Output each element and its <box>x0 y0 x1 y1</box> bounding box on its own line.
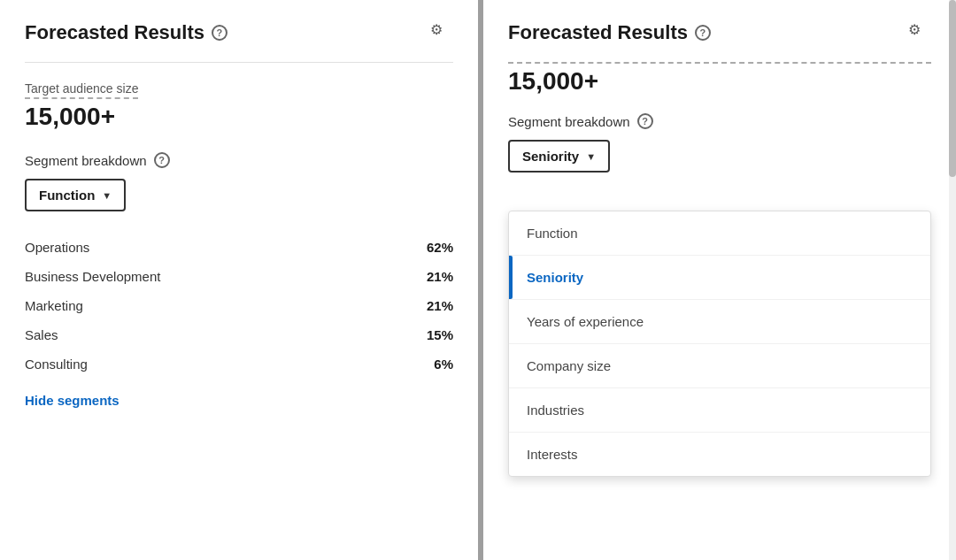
segment-name-marketing: Marketing <box>25 298 83 313</box>
segment-item-business-dev: Business Development 21% <box>25 262 453 291</box>
scrollbar-track <box>949 0 956 560</box>
segment-item-sales: Sales 15% <box>25 320 453 349</box>
left-dropdown-arrow-icon: ▼ <box>102 190 112 201</box>
left-audience-size: 15,000+ <box>25 103 453 131</box>
right-panel: Forecasted Results ? ⚙ 15,000+ Segment b… <box>478 0 956 560</box>
left-help-icon[interactable]: ? <box>212 25 227 41</box>
segment-item-consulting: Consulting 6% <box>25 349 453 379</box>
left-segment-help-icon[interactable]: ? <box>154 152 170 168</box>
segment-item-marketing: Marketing 21% <box>25 291 453 320</box>
segment-pct-business-dev: 21% <box>427 269 453 284</box>
dropdown-item-seniority[interactable]: Seniority <box>509 256 930 300</box>
dropdown-item-years-experience[interactable]: Years of experience <box>509 300 930 344</box>
right-dropdown-button[interactable]: Seniority ▼ <box>508 140 610 173</box>
segment-pct-operations: 62% <box>427 240 453 255</box>
right-help-icon[interactable]: ? <box>695 25 711 41</box>
segment-name-sales: Sales <box>25 327 58 342</box>
dropdown-item-industries[interactable]: Industries <box>509 388 930 433</box>
dropdown-item-function[interactable]: Function <box>509 211 930 256</box>
segment-pct-sales: 15% <box>427 327 453 342</box>
scrollbar-thumb[interactable] <box>949 0 956 177</box>
left-panel-title: Forecasted Results ? <box>25 21 227 44</box>
hide-segments-link[interactable]: Hide segments <box>25 393 120 408</box>
right-segment-help-icon[interactable]: ? <box>637 113 653 129</box>
left-audience-label: Target audience size <box>25 81 138 99</box>
left-gear-icon[interactable]: ⚙ <box>430 21 453 44</box>
right-gear-icon[interactable]: ⚙ <box>908 21 931 44</box>
right-segment-label: Segment breakdown ? <box>508 113 931 129</box>
right-panel-title: Forecasted Results ? <box>508 21 711 44</box>
dropdown-item-interests[interactable]: Interests <box>509 433 930 476</box>
segment-pct-consulting: 6% <box>434 357 453 372</box>
segment-name-business-dev: Business Development <box>25 269 160 284</box>
left-panel: Forecasted Results ? ⚙ Target audience s… <box>0 0 478 560</box>
right-panel-header: Forecasted Results ? ⚙ <box>508 21 931 44</box>
dropdown-item-company-size[interactable]: Company size <box>509 344 930 388</box>
right-dropdown-label: Seniority <box>522 149 579 164</box>
segment-pct-marketing: 21% <box>427 298 453 313</box>
segment-item-operations: Operations 62% <box>25 233 453 262</box>
segment-name-consulting: Consulting <box>25 357 88 372</box>
segment-name-operations: Operations <box>25 240 89 255</box>
left-title-text: Forecasted Results <box>25 21 204 44</box>
right-dropdown-menu: Function Seniority Years of experience C… <box>508 211 931 477</box>
left-panel-header: Forecasted Results ? ⚙ <box>25 21 453 44</box>
right-title-text: Forecasted Results <box>508 21 688 44</box>
left-divider <box>25 62 453 63</box>
right-audience-size: 15,000+ <box>508 62 931 96</box>
left-dropdown-label: Function <box>39 188 95 203</box>
left-segment-list: Operations 62% Business Development 21% … <box>25 233 453 379</box>
left-dropdown-button[interactable]: Function ▼ <box>25 179 126 211</box>
right-dropdown-arrow-icon: ▼ <box>586 151 596 162</box>
left-segment-label: Segment breakdown ? <box>25 152 453 168</box>
